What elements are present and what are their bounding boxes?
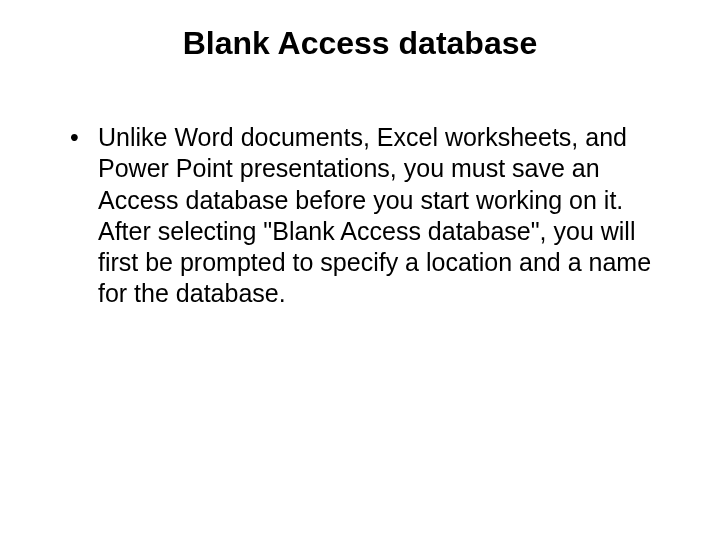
slide-title: Blank Access database — [50, 25, 670, 62]
bullet-list: Unlike Word documents, Excel worksheets,… — [50, 122, 670, 310]
bullet-item: Unlike Word documents, Excel worksheets,… — [70, 122, 670, 310]
